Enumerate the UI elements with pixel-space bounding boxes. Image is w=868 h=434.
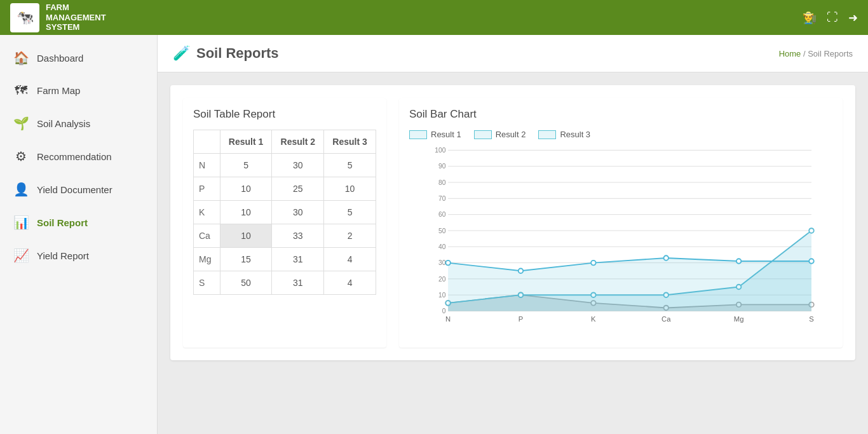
col-result1: Result 1 bbox=[220, 130, 272, 154]
avatar[interactable]: 👨‍🌾 bbox=[803, 11, 817, 25]
sidebar-item-soil-analysis[interactable]: 🌱 Soil Analysis bbox=[0, 107, 157, 140]
sidebar-item-yield-report[interactable]: 📈 Yield Report bbox=[0, 239, 157, 272]
sidebar-label-recommendation: Recommendation bbox=[37, 151, 112, 162]
sidebar-item-yield-documenter[interactable]: 👤 Yield Documenter bbox=[0, 173, 157, 206]
chart-card-title: Soil Bar Chart bbox=[409, 108, 832, 121]
soil-bar-chart: 0102030405060708090100NPKCaMgS bbox=[409, 144, 832, 335]
logo-icon: 🐄 bbox=[10, 3, 39, 32]
svg-text:K: K bbox=[591, 315, 596, 323]
legend-result1: Result 1 bbox=[409, 130, 461, 139]
cell-label: K bbox=[194, 201, 220, 224]
svg-text:80: 80 bbox=[438, 179, 446, 186]
cell-r2: 30 bbox=[272, 154, 324, 177]
svg-text:P: P bbox=[519, 315, 524, 323]
cell-r3: 4 bbox=[324, 248, 376, 271]
sidebar: 🏠 Dashboard 🗺 Farm Map 🌱 Soil Analysis ⚙… bbox=[0, 35, 158, 434]
cell-r2: 25 bbox=[272, 177, 324, 201]
table-row: Mg15314 bbox=[194, 248, 376, 271]
sidebar-label-soil-report: Soil Report bbox=[37, 217, 88, 228]
dashboard-icon: 🏠 bbox=[13, 50, 29, 65]
page-title-row: 🧪 Soil Reports bbox=[173, 45, 279, 62]
chart-card: Soil Bar Chart Result 1 Result 2 bbox=[399, 98, 843, 348]
svg-text:100: 100 bbox=[435, 147, 445, 154]
main-content: 🧪 Soil Reports Home / Soil Reports Soil … bbox=[158, 35, 868, 434]
sidebar-label-farm-map: Farm Map bbox=[37, 85, 80, 96]
legend-result2: Result 2 bbox=[474, 130, 526, 139]
cell-r1: 10 bbox=[220, 224, 272, 248]
app-name: FARM MANAGEMENT SYSTEM bbox=[46, 3, 106, 32]
table-card-title: Soil Table Report bbox=[193, 108, 376, 121]
table-row: S50314 bbox=[194, 271, 376, 295]
svg-text:50: 50 bbox=[438, 227, 446, 234]
cell-r1: 10 bbox=[220, 177, 272, 201]
farm-map-icon: 🗺 bbox=[13, 83, 29, 98]
inner-card: Soil Table Report Result 1 Result 2 Resu… bbox=[170, 85, 855, 360]
svg-text:S: S bbox=[809, 315, 814, 323]
svg-text:90: 90 bbox=[438, 163, 446, 170]
svg-text:70: 70 bbox=[438, 195, 446, 202]
svg-text:60: 60 bbox=[438, 211, 446, 218]
cell-r1: 50 bbox=[220, 271, 272, 295]
svg-text:30: 30 bbox=[438, 259, 446, 266]
svg-text:Ca: Ca bbox=[661, 315, 671, 323]
sidebar-label-yield-report: Yield Report bbox=[37, 250, 89, 261]
yield-documenter-icon: 👤 bbox=[13, 182, 29, 197]
cell-r1: 15 bbox=[220, 248, 272, 271]
topbar-right: 👨‍🌾 ⛶ ➜ bbox=[803, 11, 858, 25]
soil-analysis-icon: 🌱 bbox=[13, 116, 29, 131]
cell-r3: 10 bbox=[324, 177, 376, 201]
cell-r1: 10 bbox=[220, 201, 272, 224]
sidebar-label-soil-analysis: Soil Analysis bbox=[37, 118, 90, 129]
breadcrumb: Home / Soil Reports bbox=[779, 49, 853, 58]
exit-icon[interactable]: ➜ bbox=[848, 11, 858, 25]
table-header-row: Result 1 Result 2 Result 3 bbox=[194, 130, 376, 154]
sidebar-label-yield-documenter: Yield Documenter bbox=[37, 184, 112, 195]
soil-reports-icon: 🧪 bbox=[173, 45, 190, 62]
svg-point-40 bbox=[445, 261, 451, 266]
svg-point-43 bbox=[664, 255, 669, 261]
svg-point-45 bbox=[809, 259, 814, 264]
cell-label: Ca bbox=[194, 224, 220, 248]
table-row: P102510 bbox=[194, 177, 376, 201]
svg-text:Mg: Mg bbox=[734, 315, 744, 323]
cell-r3: 2 bbox=[324, 224, 376, 248]
sidebar-label-dashboard: Dashboard bbox=[37, 53, 83, 64]
cell-r3: 4 bbox=[324, 271, 376, 295]
recommendation-icon: ⚙ bbox=[13, 149, 29, 164]
sidebar-item-farm-map[interactable]: 🗺 Farm Map bbox=[0, 74, 157, 107]
topbar: 🐄 FARM MANAGEMENT SYSTEM 👨‍🌾 ⛶ ➜ bbox=[0, 0, 868, 35]
yield-report-icon: 📈 bbox=[13, 248, 29, 263]
cell-r2: 31 bbox=[272, 271, 324, 295]
svg-text:0: 0 bbox=[442, 308, 446, 315]
svg-text:N: N bbox=[445, 315, 451, 323]
expand-icon[interactable]: ⛶ bbox=[827, 11, 838, 24]
table-row: Ca10332 bbox=[194, 224, 376, 248]
cards-container: Soil Table Report Result 1 Result 2 Resu… bbox=[158, 72, 868, 373]
svg-point-39 bbox=[809, 228, 814, 233]
sidebar-item-soil-report[interactable]: 📊 Soil Report bbox=[0, 206, 157, 239]
table-row: N5305 bbox=[194, 154, 376, 177]
chart-legend: Result 1 Result 2 Result 3 bbox=[409, 130, 832, 139]
breadcrumb-current: Soil Reports bbox=[808, 49, 853, 58]
sidebar-item-recommendation[interactable]: ⚙ Recommendation bbox=[0, 140, 157, 173]
svg-point-42 bbox=[591, 261, 596, 266]
layout: 🏠 Dashboard 🗺 Farm Map 🌱 Soil Analysis ⚙… bbox=[0, 35, 868, 434]
topbar-left: 🐄 FARM MANAGEMENT SYSTEM bbox=[10, 3, 106, 32]
legend-result3: Result 3 bbox=[538, 130, 590, 139]
chart-svg-wrap: 0102030405060708090100NPKCaMgS bbox=[409, 144, 832, 337]
cell-label: Mg bbox=[194, 248, 220, 271]
cell-label: S bbox=[194, 271, 220, 295]
cell-r3: 5 bbox=[324, 154, 376, 177]
svg-point-41 bbox=[519, 268, 524, 273]
col-label bbox=[194, 130, 220, 154]
breadcrumb-home[interactable]: Home bbox=[779, 49, 801, 58]
table-row: K10305 bbox=[194, 201, 376, 224]
svg-text:40: 40 bbox=[438, 243, 446, 250]
soil-table: Result 1 Result 2 Result 3 N5305P102510K… bbox=[193, 130, 376, 295]
cell-r1: 5 bbox=[220, 154, 272, 177]
cell-r2: 33 bbox=[272, 224, 324, 248]
svg-text:20: 20 bbox=[438, 276, 446, 283]
cell-label: P bbox=[194, 177, 220, 201]
cell-r2: 30 bbox=[272, 201, 324, 224]
sidebar-item-dashboard[interactable]: 🏠 Dashboard bbox=[0, 41, 157, 74]
